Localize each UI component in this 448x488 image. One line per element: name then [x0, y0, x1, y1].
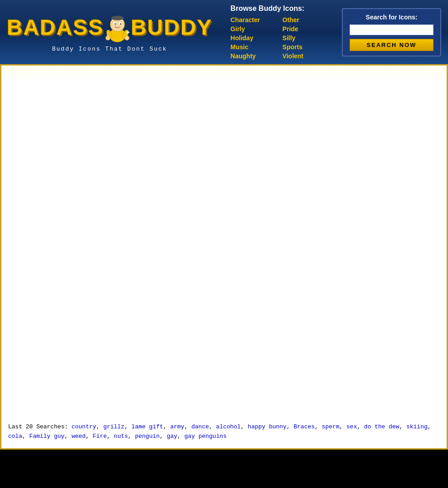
footer-text: Last 20 Searches: country, grillz, lame …	[8, 422, 440, 441]
svg-point-10	[125, 36, 129, 40]
search-link[interactable]: lame gift	[131, 423, 163, 430]
nav-link-music[interactable]: Music	[230, 43, 269, 51]
search-link[interactable]: do the dew	[364, 423, 399, 430]
search-link[interactable]: weed	[71, 433, 85, 440]
logo-text-part1: BADASS	[7, 17, 104, 38]
nav-link-character[interactable]: Character	[230, 16, 269, 23]
svg-text:✦: ✦	[126, 29, 130, 36]
search-link[interactable]: nuts	[114, 433, 128, 440]
search-link[interactable]: happy bunny	[248, 423, 287, 430]
logo-text-part2: BUDDY	[131, 17, 213, 38]
search-link[interactable]: alcohol	[216, 423, 241, 430]
search-link[interactable]: penguin	[135, 433, 160, 440]
svg-point-6	[120, 23, 121, 25]
search-link[interactable]: Fire	[93, 433, 107, 440]
search-link[interactable]: sperm	[322, 423, 339, 430]
nav-link-holiday[interactable]: Holiday	[230, 34, 269, 42]
search-link[interactable]: gay penguins	[184, 433, 227, 440]
nav-link-pride[interactable]: Pride	[282, 25, 321, 33]
footer-area: Last 20 Searches: country, grillz, lame …	[0, 418, 448, 450]
site-header: BADASS	[0, 0, 448, 66]
main-content	[0, 66, 448, 418]
search-link[interactable]: Braces	[294, 423, 315, 430]
nav-link-girly[interactable]: Girly	[230, 25, 269, 33]
logo-area: BADASS	[7, 12, 212, 52]
browse-label: Browse Buddy Icons:	[230, 5, 333, 13]
search-input[interactable]	[350, 24, 434, 35]
search-link[interactable]: grillz	[103, 423, 125, 430]
search-link[interactable]: dance	[191, 423, 209, 430]
nav-links: Character Other Girly Pride Holiday Sill…	[230, 16, 321, 60]
search-link[interactable]: gay	[167, 433, 177, 440]
search-button[interactable]: SEARCH NOW	[350, 39, 434, 51]
last-searches-label: Last 20 Searches:	[8, 423, 68, 430]
nav-link-silly[interactable]: Silly	[282, 34, 321, 42]
logo-subtitle: Buddy Icons That Dont Suck	[52, 46, 167, 52]
search-link[interactable]: army	[170, 423, 184, 430]
search-link[interactable]: cola	[8, 433, 22, 440]
svg-rect-11	[107, 34, 108, 38]
search-links: country, grillz, lame gift, army, dance,…	[8, 423, 431, 440]
search-label: Search for Icons:	[350, 14, 434, 21]
nav-area: Browse Buddy Icons: Character Other Girl…	[221, 5, 333, 60]
search-link[interactable]: skiing	[406, 423, 428, 430]
search-link[interactable]: country	[71, 423, 96, 430]
svg-point-2	[111, 16, 124, 20]
search-link[interactable]: sex	[346, 423, 357, 430]
nav-link-other[interactable]: Other	[282, 16, 321, 23]
nav-link-violent[interactable]: Violent	[282, 52, 321, 60]
search-link[interactable]: Family guy	[29, 433, 65, 440]
nav-link-sports[interactable]: Sports	[282, 43, 321, 51]
logo-row: BADASS	[7, 12, 212, 43]
svg-point-5	[114, 23, 116, 25]
nav-link-naughty[interactable]: Naughty	[230, 52, 269, 60]
mascot-icon: ✦	[104, 12, 131, 43]
search-area: Search for Icons: SEARCH NOW	[342, 8, 441, 56]
